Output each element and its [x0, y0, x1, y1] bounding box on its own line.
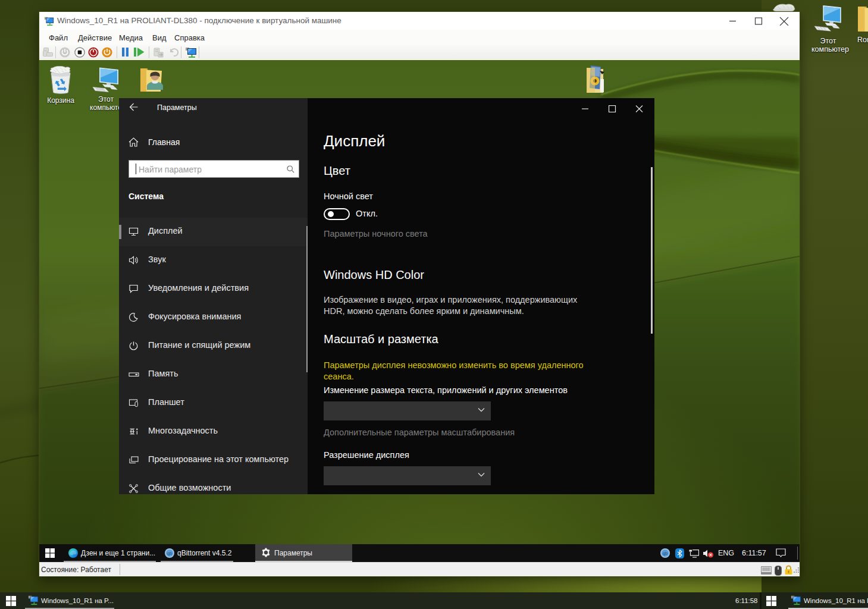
svg-text:qb: qb	[167, 551, 172, 556]
svg-text:qb: qb	[663, 551, 668, 556]
